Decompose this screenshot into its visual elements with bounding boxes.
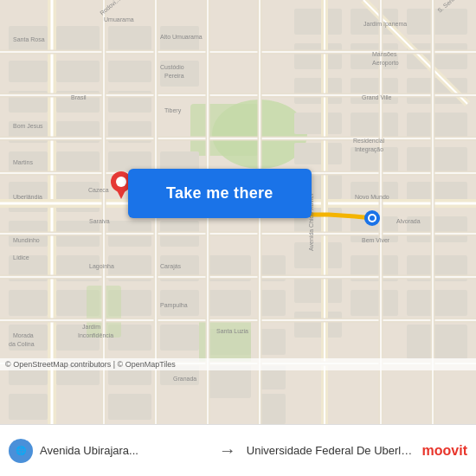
- svg-text:Pampulha: Pampulha: [160, 302, 188, 309]
- svg-rect-45: [294, 9, 342, 35]
- svg-text:Saraiva: Saraiva: [89, 218, 110, 224]
- svg-point-162: [370, 215, 375, 221]
- svg-rect-15: [56, 26, 100, 52]
- svg-text:Pereira: Pereira: [164, 73, 184, 79]
- svg-text:Santa Luzia: Santa Luzia: [216, 328, 248, 334]
- svg-text:Brasil: Brasil: [71, 94, 87, 100]
- svg-text:Carajás: Carajás: [160, 263, 182, 270]
- svg-text:Alto Umuarama: Alto Umuarama: [160, 34, 203, 40]
- svg-rect-82: [260, 394, 286, 424]
- bottom-bar: 🌐 Avenida Ubirajara... → Universidade Fe…: [0, 424, 476, 476]
- svg-text:Mundinho: Mundinho: [13, 237, 40, 243]
- svg-text:Jardim Ipanema: Jardim Ipanema: [363, 21, 407, 28]
- svg-text:Martins: Martins: [13, 159, 33, 165]
- svg-rect-54: [294, 113, 342, 134]
- svg-text:Mansões: Mansões: [372, 51, 397, 57]
- svg-rect-60: [294, 312, 342, 338]
- svg-rect-46: [294, 43, 342, 69]
- svg-text:Bem Viver: Bem Viver: [362, 237, 390, 243]
- svg-rect-68: [407, 147, 467, 173]
- svg-rect-36: [108, 394, 151, 420]
- moovit-wordmark: moovit: [422, 443, 467, 459]
- svg-rect-43: [160, 325, 199, 351]
- take-me-there-button[interactable]: Take me there: [128, 169, 312, 218]
- svg-text:Morada: Morada: [13, 332, 34, 338]
- svg-text:Santa Rosa: Santa Rosa: [13, 36, 45, 42]
- svg-rect-79: [260, 290, 286, 316]
- svg-text:Bom Jesus: Bom Jesus: [13, 123, 43, 129]
- svg-rect-55: [294, 143, 342, 164]
- svg-rect-11: [9, 290, 48, 316]
- svg-text:Umuarama: Umuarama: [104, 16, 134, 23]
- svg-rect-72: [407, 290, 467, 316]
- svg-point-158: [116, 177, 126, 187]
- svg-rect-62: [351, 113, 398, 138]
- svg-rect-59: [294, 277, 342, 303]
- svg-rect-19: [56, 151, 100, 173]
- svg-text:Alvorada: Alvorada: [396, 218, 421, 224]
- svg-text:Integração: Integração: [355, 146, 383, 153]
- svg-text:Grand Ville: Grand Ville: [362, 94, 392, 100]
- svg-text:Novo Mundo: Novo Mundo: [355, 194, 389, 200]
- svg-text:Custódio: Custódio: [160, 64, 184, 70]
- svg-rect-73: [407, 325, 467, 359]
- svg-rect-26: [108, 26, 151, 52]
- svg-text:Jardim: Jardim: [82, 324, 100, 330]
- svg-rect-80: [260, 329, 286, 355]
- svg-rect-52: [407, 113, 467, 138]
- svg-text:Lídice: Lídice: [13, 254, 29, 261]
- svg-text:Inconfidência: Inconfidência: [78, 332, 113, 338]
- osm-icon: 🌐: [9, 439, 33, 463]
- svg-text:Granada: Granada: [173, 376, 196, 382]
- svg-text:Residencial: Residencial: [353, 138, 385, 144]
- svg-rect-49: [407, 9, 467, 35]
- from-location: Avenida Ubirajara...: [40, 444, 209, 457]
- moovit-logo: moovit: [422, 443, 467, 459]
- svg-text:Aeroporto: Aeroporto: [372, 60, 399, 67]
- from-location-label: Avenida Ubirajara...: [40, 444, 209, 457]
- svg-rect-67: [351, 290, 398, 316]
- to-location: Universidade Federal De Uberlâ...: [247, 444, 415, 457]
- svg-text:da Colina: da Colina: [9, 341, 35, 347]
- map-container: Santa Rosa Umuarama Alto Umuarama Custód…: [0, 0, 476, 424]
- svg-text:Cazeca: Cazeca: [88, 187, 109, 193]
- svg-text:Tibery: Tibery: [164, 107, 182, 114]
- svg-rect-75: [208, 290, 251, 316]
- arrow-right-icon: →: [209, 441, 247, 460]
- svg-rect-4: [9, 61, 48, 82]
- svg-text:Lagoinha: Lagoinha: [89, 263, 114, 270]
- svg-rect-27: [108, 61, 151, 82]
- map-attribution: © OpenStreetMap contributors | © OpenMap…: [0, 358, 476, 370]
- svg-text:Uberlândia: Uberlândia: [13, 194, 42, 200]
- svg-rect-14: [9, 394, 48, 420]
- svg-rect-16: [56, 61, 100, 82]
- to-location-label: Universidade Federal De Uberlâ...: [247, 444, 415, 457]
- svg-rect-58: [294, 242, 342, 268]
- svg-rect-2: [190, 104, 260, 156]
- svg-rect-53: [294, 78, 342, 104]
